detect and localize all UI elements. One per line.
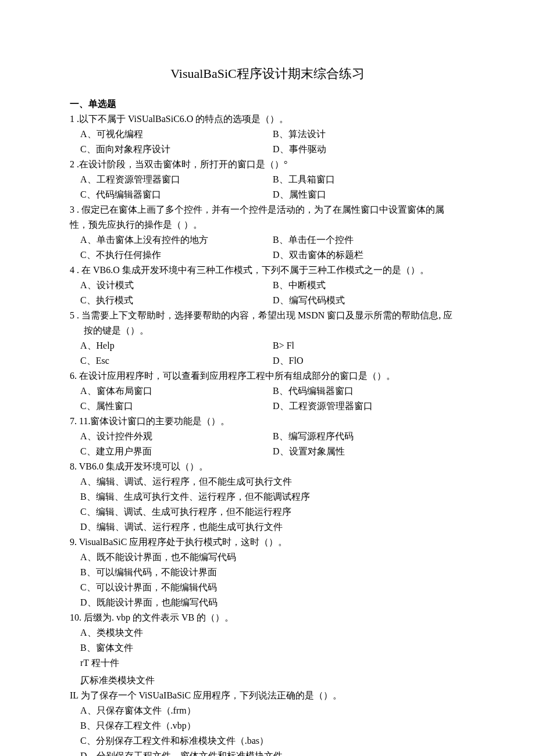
q11-a: A、只保存窗体文件（.frm） bbox=[80, 704, 465, 718]
page-title: VisualBaSiC程序设计期末综合练习 bbox=[70, 64, 465, 83]
question-5: 5 . 当需要上下文帮助时，选择要帮助的内容，希望出现 MSDN 窗口及显示所需… bbox=[70, 309, 465, 368]
q3-d: D、双击窗体的标题栏 bbox=[273, 248, 465, 262]
q6-d: D、工程资源管理器窗口 bbox=[273, 399, 465, 413]
q10-b: B、窗体文件 bbox=[80, 641, 465, 655]
q9-stem: 9. VisualBaSiC 应用程序处于执行模式时，这时（）。 bbox=[70, 535, 465, 549]
q2-a: A、工程资源管理器窗口 bbox=[80, 173, 273, 187]
q7-c: C、建立用户界面 bbox=[80, 445, 273, 458]
q11-c: C、分别保存工程文件和标准模块文件（.bas） bbox=[80, 734, 465, 748]
q1-b: B、算法设计 bbox=[273, 127, 465, 141]
question-10: 10. 后缀为. vbp 的文件表示 VB 的（）。 A、类模块文件 B、窗体文… bbox=[70, 611, 465, 687]
q11-b: B、只保存工程文件（.vbp） bbox=[80, 719, 465, 733]
q1-a: A、可视化编程 bbox=[80, 127, 273, 141]
q6-c: C、属性窗口 bbox=[80, 399, 273, 413]
question-7: 7. 11.窗体设计窗口的主要功能是（）。 A、设计控件外观 B、编写源程序代码… bbox=[70, 414, 465, 458]
q5-stem-2: 按的键是（）。 bbox=[84, 324, 465, 338]
q5-b: B> Fl bbox=[273, 339, 465, 353]
q9-d: D、既能设计界面，也能编写代码 bbox=[80, 596, 465, 610]
q5-a: A、Help bbox=[80, 339, 273, 353]
q9-b: B、可以编辑代码，不能设计界面 bbox=[80, 565, 465, 579]
q8-c: C、编辑、调试、生成可执行程序，但不能运行程序 bbox=[80, 505, 465, 519]
q2-b: B、工具箱窗口 bbox=[273, 173, 465, 187]
title-cn: 程序设计期末综合练习 bbox=[237, 66, 365, 81]
q11-stem: IL 为了保存一个 ViSUaIBaSiC 应用程序，下列说法正确的是（）。 bbox=[70, 689, 465, 703]
q10-a: A、类模块文件 bbox=[80, 626, 465, 640]
q10-c: rT 程十件 bbox=[80, 656, 465, 670]
q8-a: A、编辑、调试、运行程序，但不能生成可执行文件 bbox=[80, 475, 465, 489]
section-heading: 一、单选题 bbox=[70, 97, 465, 111]
q7-b: B、编写源程序代码 bbox=[273, 429, 465, 443]
q5-stem-1: 5 . 当需要上下文帮助时，选择要帮助的内容，希望出现 MSDN 窗口及显示所需… bbox=[70, 309, 465, 323]
q8-b: B、编辑、生成可执行文件、运行程序，但不能调试程序 bbox=[80, 490, 465, 504]
q7-a: A、设计控件外观 bbox=[80, 429, 273, 443]
q7-stem: 7. 11.窗体设计窗口的主要功能是（）。 bbox=[70, 414, 465, 428]
q4-a: A、设计模式 bbox=[80, 278, 273, 292]
q3-stem-2: 性，预先应执行的操作是（ ）。 bbox=[70, 218, 465, 232]
q3-b: B、单击任一个控件 bbox=[273, 233, 465, 247]
q4-stem: 4 . 在 VB6.O 集成开发环境中有三种工作模式，下列不属于三种工作模式之一… bbox=[70, 263, 465, 277]
question-8: 8. VB6.0 集成开发环境可以（）。 A、编辑、调试、运行程序，但不能生成可… bbox=[70, 460, 465, 534]
q3-c: C、不执行任何操作 bbox=[80, 248, 273, 262]
question-1: 1 .以下不属于 ViSUalBaSiC6.O 的特点的选项是（）。 A、可视化… bbox=[70, 112, 465, 156]
question-6: 6. 在设计应用程序时，可以查看到应用程序工程中所有组成部分的窗口是（）。 A、… bbox=[70, 369, 465, 413]
question-9: 9. VisualBaSiC 应用程序处于执行模式时，这时（）。 A、既不能设计… bbox=[70, 535, 465, 610]
q9-c: C、可以设计界面，不能编辑代码 bbox=[80, 581, 465, 594]
q1-d: D、事件驱动 bbox=[273, 142, 465, 156]
q2-d: D、属性窗口 bbox=[273, 188, 465, 202]
q4-b: B、中断模式 bbox=[273, 278, 465, 292]
q3-a: A、单击窗体上没有控件的地方 bbox=[80, 233, 273, 247]
q2-stem: 2 .在设计阶段，当双击窗体时，所打开的窗口是（）° bbox=[70, 157, 465, 171]
title-latin: VisualBaSiC bbox=[170, 66, 237, 81]
q10-stem: 10. 后缀为. vbp 的文件表示 VB 的（）。 bbox=[70, 611, 465, 625]
question-3: 3 . 假定已在窗体上画了多个控件，并有一个控件是活动的，为了在属性窗口中设置窗… bbox=[70, 203, 465, 262]
q7-d: D、设置对象属性 bbox=[273, 445, 465, 458]
q11-d: D、分别保存工程文件、窗体文件和标准模块文件 bbox=[80, 749, 465, 756]
q5-c: C、Esc bbox=[80, 354, 273, 368]
q10-d: 仄标准类模块文件 bbox=[80, 673, 465, 687]
q8-d: D、编辑、调试、运行程序，也能生成可执行文件 bbox=[80, 520, 465, 534]
q6-b: B、代码编辑器窗口 bbox=[273, 384, 465, 398]
q2-c: C、代码编辑器窗口 bbox=[80, 188, 273, 202]
question-11: IL 为了保存一个 ViSUaIBaSiC 应用程序，下列说法正确的是（）。 A… bbox=[70, 689, 465, 756]
q8-stem: 8. VB6.0 集成开发环境可以（）。 bbox=[70, 460, 465, 474]
q5-d: D、FlO bbox=[273, 354, 465, 368]
question-4: 4 . 在 VB6.O 集成开发环境中有三种工作模式，下列不属于三种工作模式之一… bbox=[70, 263, 465, 307]
q1-stem: 1 .以下不属于 ViSUalBaSiC6.O 的特点的选项是（）。 bbox=[70, 112, 465, 126]
q4-c: C、执行模式 bbox=[80, 293, 273, 307]
q6-stem: 6. 在设计应用程序时，可以查看到应用程序工程中所有组成部分的窗口是（）。 bbox=[70, 369, 465, 383]
q3-stem-1: 3 . 假定已在窗体上画了多个控件，并有一个控件是活动的，为了在属性窗口中设置窗… bbox=[70, 203, 465, 217]
q4-d: D、编写代码模式 bbox=[273, 293, 465, 307]
question-2: 2 .在设计阶段，当双击窗体时，所打开的窗口是（）° A、工程资源管理器窗口 B… bbox=[70, 157, 465, 202]
q1-c: C、面向对象程序设计 bbox=[80, 142, 273, 156]
q9-a: A、既不能设计界面，也不能编写代码 bbox=[80, 550, 465, 564]
q6-a: A、窗体布局窗口 bbox=[80, 384, 273, 398]
